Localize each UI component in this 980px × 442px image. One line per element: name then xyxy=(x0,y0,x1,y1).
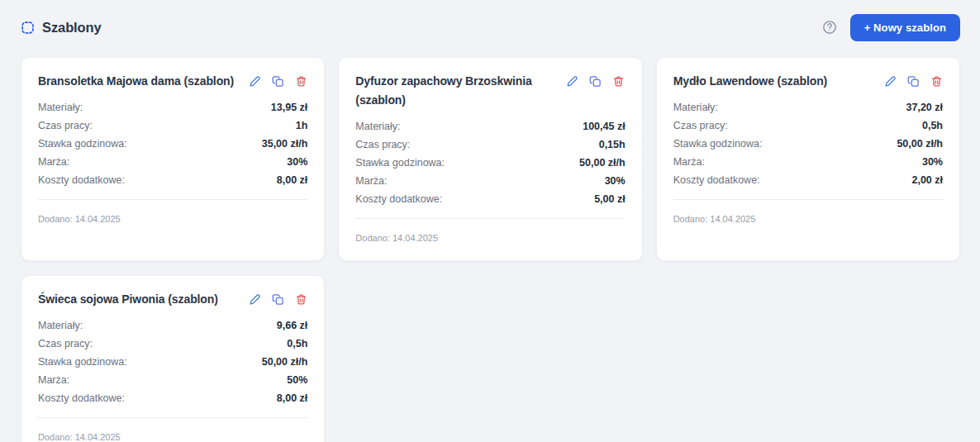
trash-icon xyxy=(930,75,943,88)
card-added-date: Dodano: 14.04.2025 xyxy=(673,213,943,225)
row-work-time: Czas pracy: 0,5h xyxy=(38,335,307,353)
row-value: 37,20 zł xyxy=(906,98,943,116)
row-value: 8,00 zł xyxy=(277,171,308,189)
row-work-time: Czas pracy: 0,5h xyxy=(673,116,943,135)
card-header: Dyfuzor zapachowy Brzoskwinia (szablon) xyxy=(355,72,625,110)
row-label: Marża: xyxy=(38,371,69,389)
template-card: Bransoletka Majowa dama (szablon) xyxy=(21,57,325,261)
row-value: 2,00 zł xyxy=(911,171,943,189)
card-title: Mydło Lawendowe (szablon) xyxy=(673,72,875,91)
edit-button[interactable] xyxy=(248,74,261,88)
row-label: Materiały: xyxy=(38,316,83,335)
row-label: Materiały: xyxy=(673,98,718,116)
row-label: Stawka godzinowa: xyxy=(355,154,445,172)
row-margin: Marża: 30% xyxy=(355,172,625,190)
pencil-icon xyxy=(566,75,578,88)
row-label: Stawka godzinowa: xyxy=(673,135,763,153)
card-divider xyxy=(355,218,625,219)
row-extra-costs: Koszty dodatkowe: 2,00 zł xyxy=(673,171,943,189)
row-label: Stawka godzinowa: xyxy=(38,135,127,153)
card-title: Świeca sojowa Piwonia (szablon) xyxy=(38,290,240,309)
row-extra-costs: Koszty dodatkowe: 5,00 zł xyxy=(355,190,625,208)
pencil-icon xyxy=(249,75,261,88)
card-divider xyxy=(673,199,943,200)
copy-button[interactable] xyxy=(589,74,602,88)
trash-icon xyxy=(612,75,625,88)
template-card: Dyfuzor zapachowy Brzoskwinia (szablon) xyxy=(338,57,642,261)
row-value: 35,00 zł/h xyxy=(262,135,308,153)
row-work-time: Czas pracy: 1h xyxy=(38,116,307,135)
row-hourly-rate: Stawka godzinowa: 50,00 zł/h xyxy=(355,154,625,172)
row-label: Koszty dodatkowe: xyxy=(38,389,125,407)
row-materials: Materiały: 13,95 zł xyxy=(38,98,307,116)
row-label: Czas pracy: xyxy=(38,116,93,135)
row-materials: Materiały: 9,66 zł xyxy=(38,316,307,335)
row-value: 50% xyxy=(287,371,307,389)
new-template-button[interactable]: + Nowy szablon xyxy=(850,14,960,41)
row-margin: Marża: 50% xyxy=(38,371,307,389)
delete-button[interactable] xyxy=(930,74,943,88)
row-value: 0,5h xyxy=(287,335,307,353)
cards-grid: Bransoletka Majowa dama (szablon) xyxy=(21,57,960,442)
card-added-date: Dodano: 14.04.2025 xyxy=(38,213,307,225)
template-card: Mydło Lawendowe (szablon) xyxy=(656,57,960,261)
template-dashed-square-icon xyxy=(21,21,35,35)
row-value: 5,00 zł xyxy=(594,190,626,208)
edit-button[interactable] xyxy=(566,74,579,88)
row-materials: Materiały: 100,45 zł xyxy=(355,117,625,135)
row-margin: Marża: 30% xyxy=(673,153,943,171)
card-actions xyxy=(248,72,307,88)
page-header: Szablony + Nowy szablon xyxy=(0,0,980,41)
copy-button[interactable] xyxy=(271,74,284,88)
card-rows: Materiały: 9,66 zł Czas pracy: 0,5h Staw… xyxy=(38,316,307,407)
row-label: Koszty dodatkowe: xyxy=(38,171,125,189)
row-label: Materiały: xyxy=(355,117,400,135)
card-title: Dyfuzor zapachowy Brzoskwinia (szablon) xyxy=(355,72,557,110)
row-value: 30% xyxy=(605,172,626,190)
question-mark-icon xyxy=(821,19,838,36)
row-label: Czas pracy: xyxy=(38,335,93,353)
row-value: 50,00 zł/h xyxy=(897,135,943,153)
row-value: 9,66 zł xyxy=(277,316,308,335)
row-label: Stawka godzinowa: xyxy=(38,353,127,371)
delete-button[interactable] xyxy=(612,74,626,88)
copy-icon xyxy=(272,75,284,88)
card-actions xyxy=(566,72,626,88)
row-hourly-rate: Stawka godzinowa: 35,00 zł/h xyxy=(38,135,307,153)
card-rows: Materiały: 100,45 zł Czas pracy: 0,15h S… xyxy=(355,117,625,208)
row-hourly-rate: Stawka godzinowa: 50,00 zł/h xyxy=(673,135,943,153)
pencil-icon xyxy=(884,75,897,88)
copy-icon xyxy=(272,293,284,306)
trash-icon xyxy=(295,293,307,306)
template-card: Świeca sojowa Piwonia (szablon) xyxy=(21,275,325,442)
row-label: Materiały: xyxy=(38,98,83,116)
row-margin: Marża: 30% xyxy=(38,153,307,171)
edit-button[interactable] xyxy=(248,292,261,306)
edit-button[interactable] xyxy=(883,74,897,88)
card-added-date: Dodano: 14.04.2025 xyxy=(355,232,625,244)
row-materials: Materiały: 37,20 zł xyxy=(673,98,943,116)
card-title: Bransoletka Majowa dama (szablon) xyxy=(38,72,240,91)
help-button[interactable] xyxy=(821,19,838,36)
copy-button[interactable] xyxy=(271,292,284,306)
row-label: Koszty dodatkowe: xyxy=(673,171,760,189)
copy-button[interactable] xyxy=(906,74,920,88)
row-value: 30% xyxy=(287,153,307,171)
page-title: Szablony xyxy=(42,20,102,36)
row-value: 1h xyxy=(296,116,308,135)
header-right: + Nowy szablon xyxy=(821,14,960,41)
delete-button[interactable] xyxy=(294,74,307,88)
row-value: 30% xyxy=(922,153,943,171)
header-left: Szablony xyxy=(21,20,102,36)
delete-button[interactable] xyxy=(294,292,307,306)
card-header: Mydło Lawendowe (szablon) xyxy=(673,72,943,91)
row-value: 0,15h xyxy=(599,135,626,154)
card-actions xyxy=(248,290,307,306)
row-value: 13,95 zł xyxy=(271,98,307,116)
row-value: 50,00 zł/h xyxy=(262,353,308,371)
card-added-date: Dodano: 14.04.2025 xyxy=(38,431,307,442)
row-value: 8,00 zł xyxy=(277,389,308,407)
row-label: Czas pracy: xyxy=(355,135,410,154)
row-label: Koszty dodatkowe: xyxy=(355,190,442,208)
card-rows: Materiały: 37,20 zł Czas pracy: 0,5h Sta… xyxy=(673,98,943,189)
